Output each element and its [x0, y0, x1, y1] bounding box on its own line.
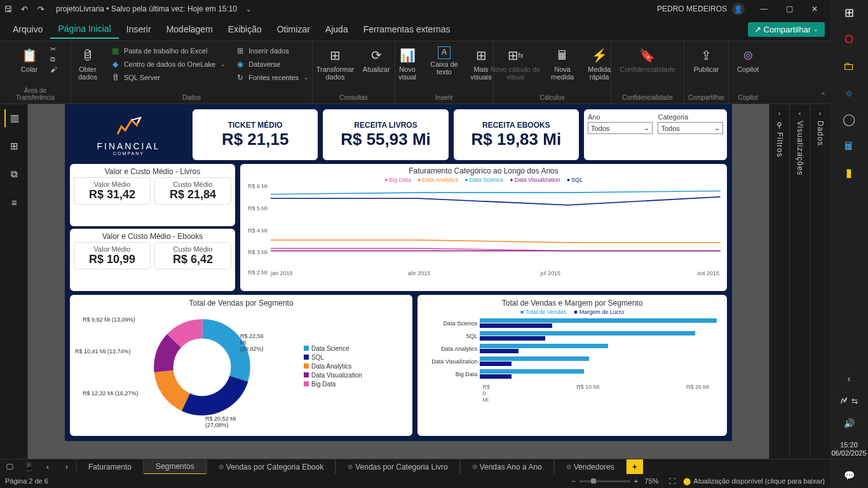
battery-icon[interactable]: 🗲 — [840, 396, 848, 405]
kpi-receita-ebooks[interactable]: RECEITA EBOOKS R$ 19,83 Mi — [454, 109, 579, 160]
titlebar: 🖫 ↶ ↷ projetoLivraria • Salvo pela últim… — [0, 0, 830, 18]
chevron-down-icon: ⌄ — [644, 124, 649, 132]
dataverse-button[interactable]: ◉Dataverse — [233, 58, 311, 70]
more-visuals-icon: ⊞ — [472, 46, 490, 64]
tray-expand-icon[interactable]: ‹ — [840, 370, 858, 388]
menu-inserir[interactable]: Inserir — [119, 20, 159, 38]
sqlserver-button[interactable]: 🛢SQL Server — [109, 72, 228, 83]
dados-pane[interactable]: ‹ Dados — [810, 104, 830, 459]
page-tabs: 🖵 📱 ‹ › Faturamento Segmentos ⊘Vendas po… — [0, 459, 830, 474]
card-ebooks[interactable]: Valor e Custo Médio - Ebooks Valor Médio… — [70, 229, 235, 291]
publicar-button[interactable]: ⇪Publicar — [691, 44, 722, 76]
model-view-icon[interactable]: ⧉ — [4, 165, 24, 183]
menu-ajuda[interactable]: Ajuda — [318, 20, 356, 38]
maximize-button[interactable]: ▢ — [776, 0, 802, 18]
tab-vendas-categoria-livro[interactable]: ⊘Vendas por Categoria Livro — [336, 459, 459, 475]
chevron-left-icon: ‹ — [799, 109, 801, 117]
novo-calculo-button: ⊞fxNovo cálculo do visual — [489, 44, 541, 83]
powerbi-icon[interactable]: ▮ — [840, 164, 858, 182]
mobile-layout-icon[interactable]: 📱 — [19, 463, 38, 471]
table-view-icon[interactable]: ⊞ — [4, 137, 24, 155]
notifications-icon[interactable]: 💬 — [840, 466, 858, 484]
slicer-ano[interactable]: Todos⌄ — [588, 122, 653, 134]
transformar-dados-button[interactable]: ⊞Transformar dados — [315, 44, 356, 83]
file-explorer-icon[interactable]: 🗀 — [840, 57, 858, 75]
calculator-icon[interactable]: 🖩 — [840, 137, 858, 155]
github-icon[interactable]: ◯ — [840, 111, 858, 128]
donut-svg — [151, 316, 253, 418]
donut-chart[interactable]: Total de Vendas por Segmento — [70, 295, 412, 436]
desktop-layout-icon[interactable]: 🖵 — [0, 463, 19, 471]
filtros-pane[interactable]: ‹ ⚲ Filtros — [769, 104, 789, 459]
excel-button[interactable]: ▦Pasta de trabalho do Excel — [109, 45, 228, 57]
menu-modelagem[interactable]: Modelagem — [159, 20, 220, 38]
vscode-icon[interactable]: ⟐ — [840, 84, 858, 102]
zoom-in-button[interactable]: + — [634, 477, 638, 485]
novo-visual-button[interactable]: 📊Novo visual — [391, 44, 423, 83]
colar-button[interactable]: 📋 Colar — [13, 44, 45, 76]
report-canvas[interactable]: FINANCIAL COMPANY TICKET MÉDIO R$ 21,15 … — [28, 104, 769, 459]
menu-arquivo[interactable]: Arquivo — [5, 20, 50, 38]
menu-pagina-inicial[interactable]: Página Inicial — [50, 20, 118, 39]
tab-faturamento[interactable]: Faturamento — [76, 459, 144, 475]
kpi-ticket-medio[interactable]: TICKET MÉDIO R$ 21,15 — [193, 109, 318, 160]
bar-chart[interactable]: Total de Vendas e Margem por Segmento To… — [417, 295, 727, 436]
user-name: PEDRO MEDEIROS — [657, 4, 727, 13]
compartilhar-button[interactable]: ↗ Compartilhar ⌄ — [748, 22, 825, 37]
save-icon[interactable]: 🖫 — [3, 4, 13, 14]
slicers: Ano Todos⌄ Categoria Todos⌄ — [584, 109, 727, 160]
menu-otimizar[interactable]: Otimizar — [269, 20, 318, 38]
close-button[interactable]: ✕ — [802, 0, 827, 18]
format-painter-icon[interactable]: 🖌 — [50, 65, 57, 73]
collapse-ribbon-icon[interactable]: ⌃ — [820, 92, 826, 100]
user-avatar-icon[interactable]: 👤 — [732, 3, 745, 15]
page-indicator: Página 2 de 6 — [5, 477, 48, 485]
next-page-icon[interactable]: › — [57, 463, 76, 471]
medida-rapida-button[interactable]: ⚡Medida rápida — [583, 44, 615, 83]
undo-icon[interactable]: ↶ — [19, 4, 29, 14]
zoom-slider[interactable] — [580, 480, 630, 482]
add-page-button[interactable]: + — [627, 459, 643, 475]
onelake-button[interactable]: ◆Centro de dados do OneLake⌄ — [109, 58, 228, 70]
dax-view-icon[interactable]: ≡ — [4, 193, 24, 211]
chevron-down-icon[interactable]: ⌄ — [246, 6, 251, 13]
windows-start-icon[interactable]: ⊞ — [840, 4, 858, 22]
wifi-icon[interactable]: ⇆ — [851, 396, 858, 405]
cut-icon[interactable]: ✂ — [50, 45, 57, 53]
prev-page-icon[interactable]: ‹ — [38, 463, 57, 471]
card-livros[interactable]: Valor e Custo Médio - Livros Valor Médio… — [70, 164, 235, 226]
redo-icon[interactable]: ↷ — [36, 4, 46, 14]
zoom-out-button[interactable]: − — [571, 477, 575, 485]
caixa-texto-button[interactable]: ACaixa de texto — [428, 44, 460, 78]
fit-page-icon[interactable]: ⛶ — [668, 477, 675, 485]
inserir-dados-button[interactable]: ⊞Inserir dados — [233, 45, 311, 57]
line-chart[interactable]: Faturamento Categórico ao Longo dos Anos… — [240, 164, 727, 291]
update-notice[interactable]: Atualização disponível (clique para baix… — [693, 477, 825, 485]
kpi-receita-livros[interactable]: RECEITA LIVROS R$ 55,93 Mi — [323, 109, 448, 160]
atualizar-button[interactable]: ⟳Atualizar — [360, 44, 392, 76]
group-compartilhar: Compartilhar — [688, 93, 724, 101]
tab-vendas-ano-a-ano[interactable]: ⊘Vendas Ano a Ano — [460, 459, 554, 475]
report-view-icon[interactable]: ▥ — [4, 109, 24, 127]
chevron-down-icon: ⌄ — [813, 26, 818, 32]
volume-icon[interactable]: 🔊 — [840, 414, 858, 432]
zoom-value[interactable]: 75% — [644, 477, 658, 485]
obter-dados-button[interactable]: 🛢 Obter dados — [72, 44, 104, 83]
nova-medida-button[interactable]: 🖩Nova medida — [546, 44, 578, 83]
update-notice-icon: ⬤ — [683, 477, 691, 485]
tab-vendas-categoria-ebook[interactable]: ⊘Vendas por Categoria Ebook — [207, 459, 336, 475]
fontes-recentes-button[interactable]: ↻Fontes recentes⌄ — [233, 72, 311, 83]
opera-icon[interactable]: O — [840, 30, 858, 48]
system-clock[interactable]: 15:20 06/02/2025 — [831, 441, 866, 458]
onelake-icon: ◆ — [111, 60, 120, 69]
copilot-button[interactable]: ⊚Copilot — [732, 44, 764, 76]
menu-exibicao[interactable]: Exibição — [220, 20, 269, 38]
slicer-categoria[interactable]: Todos⌄ — [658, 122, 723, 134]
tab-segmentos[interactable]: Segmentos — [144, 459, 207, 475]
menu-ferramentas[interactable]: Ferramentas externas — [356, 20, 458, 38]
copy-icon[interactable]: ⧉ — [50, 55, 57, 64]
tab-vendedores[interactable]: ⊘Vendedores — [554, 459, 627, 475]
paste-icon: 📋 — [20, 46, 38, 64]
visualizacoes-pane[interactable]: ‹ Visualizações — [789, 104, 810, 459]
minimize-button[interactable]: — — [751, 0, 776, 18]
